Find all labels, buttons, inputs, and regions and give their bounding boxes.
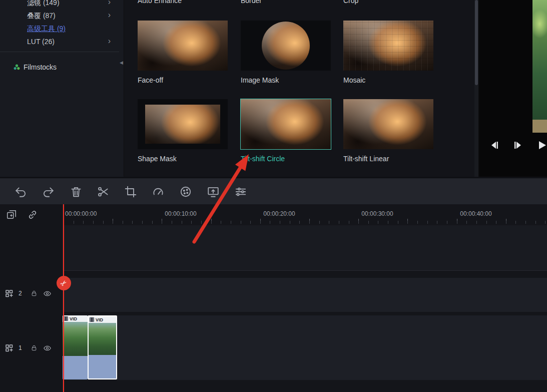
sidebar-item-label: 滤镜 (149) (27, 0, 60, 7)
timecode-label: 00:00:30:00 (361, 210, 393, 217)
preview-video-frame (532, 0, 547, 133)
scissors-icon: ✂ (59, 278, 69, 289)
effects-grid-panel: Auto Enhance Border Crop Face-off Image … (124, 0, 474, 177)
eye-icon[interactable] (43, 344, 52, 352)
sidebar-item-advanced-tools[interactable]: 高级工具 (9) (0, 22, 124, 35)
effect-item-shape-mask[interactable]: Shape Mask (138, 99, 229, 163)
collapse-panel-icon[interactable]: ◀ (120, 60, 123, 65)
sidebar-item-filters[interactable]: 滤镜 (149) › (0, 0, 124, 9)
timeline-toolbar (0, 178, 547, 204)
color-correction-icon[interactable] (179, 185, 192, 198)
timecode-label: 00:00:20:00 (263, 210, 295, 217)
speed-icon[interactable] (152, 185, 165, 198)
effect-thumbnail (241, 99, 331, 149)
sidebar-category-list: 滤镜 (149) › 叠覆 (87) › 高级工具 (9) LUT (26) › (0, 0, 124, 48)
track-type-icon (6, 290, 13, 297)
video-editor-app: 滤镜 (149) › 叠覆 (87) › 高级工具 (9) LUT (26) › (0, 0, 547, 392)
play-button[interactable] (512, 139, 524, 151)
track-2-lane (63, 278, 547, 312)
sidebar-item-label: LUT (26) (27, 38, 55, 46)
sidebar-item-label: 叠覆 (87) (27, 12, 56, 20)
ruler-minor-ticks (64, 221, 547, 224)
track-2-header[interactable]: 2 (0, 286, 63, 301)
split-scissors-icon[interactable] (97, 185, 110, 198)
effect-thumbnail (343, 21, 433, 71)
effect-label: Auto Enhance (138, 0, 182, 5)
track-type-icon (6, 344, 13, 352)
clip-label: VID (63, 315, 88, 322)
effect-label: Face-off (138, 76, 229, 84)
video-clip-1[interactable]: VID (63, 315, 88, 379)
chevron-right-icon: › (108, 35, 111, 48)
effect-item-mosaic[interactable]: Mosaic (343, 21, 434, 84)
effect-item-face-off[interactable]: Face-off (138, 21, 229, 84)
track-1-header[interactable]: 1 (0, 340, 63, 355)
video-clip-2-selected[interactable]: VID (88, 315, 117, 379)
redo-icon[interactable] (42, 185, 55, 198)
track-number: 1 (19, 344, 22, 351)
timecode-label: 00:00:10:00 (165, 210, 196, 217)
timeline-panel: 00:00:00:00 00:00:10:00 00:00:20:00 00:0… (0, 204, 547, 392)
previous-frame-button[interactable] (488, 139, 500, 151)
effect-thumbnail (138, 21, 228, 71)
clip-name: VID (96, 317, 103, 322)
effects-category-sidebar: 滤镜 (149) › 叠覆 (87) › 高级工具 (9) LUT (26) › (0, 0, 124, 177)
sidebar-divider (0, 52, 119, 52)
snapshot-icon[interactable] (207, 185, 220, 198)
track-1-lane (63, 315, 547, 380)
lock-icon[interactable] (31, 290, 38, 297)
adjust-sliders-icon[interactable] (234, 185, 247, 198)
effect-item-image-mask[interactable]: Image Mask (241, 21, 332, 84)
sidebar-item-lut[interactable]: LUT (26) › (0, 35, 124, 48)
scrollbar-thumb[interactable] (475, 0, 478, 85)
effect-thumbnail (241, 21, 331, 71)
effect-item-tilt-shift-linear[interactable]: Tilt-shift Linear (343, 99, 434, 163)
clip-name: VID (70, 316, 77, 321)
lock-icon[interactable] (31, 344, 38, 351)
timeline-empty-lane (63, 225, 547, 270)
sidebar-item-label: 高级工具 (9) (27, 25, 66, 33)
effect-label: Border (241, 0, 262, 5)
timeline-row-divider (63, 270, 547, 271)
timecode-label: 00:00:40:00 (460, 210, 491, 217)
timecode-label: 00:00:00:00 (65, 210, 97, 217)
clip-body (89, 355, 116, 378)
filmstrip-icon (64, 316, 68, 321)
clip-label: VID (89, 316, 116, 323)
filmstocks-label: Filmstocks (24, 63, 57, 71)
effect-label: Crop (343, 0, 358, 5)
preview-video-frame-ground (532, 120, 547, 133)
effects-scrollbar[interactable] (474, 0, 478, 177)
undo-icon[interactable] (15, 185, 28, 198)
filmstocks-link[interactable]: Filmstocks (0, 61, 115, 73)
effect-label: Tilt-shift Linear (343, 155, 434, 163)
next-frame-button[interactable] (536, 139, 547, 151)
clip-body (63, 356, 88, 379)
effect-label: Mosaic (343, 76, 434, 84)
track-number: 2 (19, 290, 22, 297)
crop-icon[interactable] (124, 185, 137, 198)
effect-thumbnail (343, 99, 433, 149)
sidebar-item-overlay[interactable]: 叠覆 (87) › (0, 9, 124, 22)
preview-panel (479, 0, 547, 177)
playhead-split-button[interactable]: ✂ (57, 276, 71, 290)
chevron-right-icon: › (108, 9, 111, 22)
link-icon[interactable] (27, 209, 38, 220)
manage-tracks-icon[interactable] (6, 209, 17, 220)
eye-icon[interactable] (43, 289, 52, 298)
effect-label: Image Mask (241, 76, 332, 84)
chevron-right-icon: › (108, 0, 111, 9)
filmstocks-icon (14, 64, 20, 71)
effect-label: Shape Mask (138, 155, 229, 163)
playhead[interactable] (63, 204, 64, 392)
effect-label: Tilt-shift Circle (241, 155, 332, 163)
timeline-ruler[interactable]: 00:00:00:00 00:00:10:00 00:00:20:00 00:0… (63, 204, 547, 225)
effect-thumbnail (138, 99, 228, 149)
effect-item-tilt-shift-circle[interactable]: Tilt-shift Circle (241, 99, 332, 163)
filmstrip-icon (90, 317, 94, 322)
delete-icon[interactable] (70, 185, 83, 198)
